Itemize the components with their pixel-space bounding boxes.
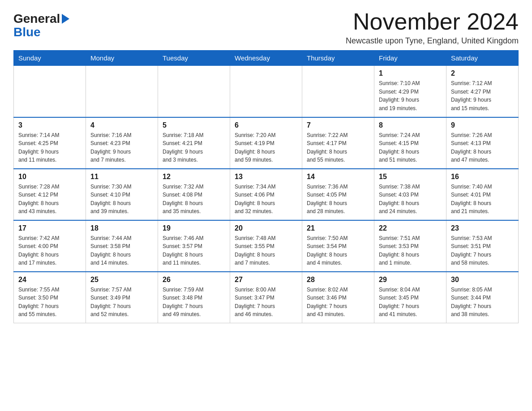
logo-blue-text: Blue (13, 25, 41, 39)
day-info: Sunrise: 8:00 AM Sunset: 3:47 PM Dayligh… (235, 286, 297, 319)
day-info: Sunrise: 7:44 AM Sunset: 3:58 PM Dayligh… (90, 234, 153, 267)
calendar-cell: 25Sunrise: 7:57 AM Sunset: 3:49 PM Dayli… (86, 272, 158, 323)
calendar-cell: 23Sunrise: 7:53 AM Sunset: 3:51 PM Dayli… (446, 220, 519, 272)
day-info: Sunrise: 7:18 AM Sunset: 4:21 PM Dayligh… (163, 131, 225, 164)
calendar-cell: 3Sunrise: 7:14 AM Sunset: 4:25 PM Daylig… (14, 117, 86, 169)
calendar-cell (158, 66, 230, 117)
day-info: Sunrise: 7:38 AM Sunset: 4:03 PM Dayligh… (379, 183, 442, 216)
calendar-header-friday: Friday (374, 51, 446, 66)
day-info: Sunrise: 8:04 AM Sunset: 3:45 PM Dayligh… (379, 286, 442, 319)
day-number: 30 (451, 276, 514, 284)
day-info: Sunrise: 8:02 AM Sunset: 3:46 PM Dayligh… (307, 286, 369, 319)
calendar-cell: 13Sunrise: 7:34 AM Sunset: 4:06 PM Dayli… (230, 169, 302, 220)
location-subtitle: Newcastle upon Tyne, England, United Kin… (346, 36, 519, 46)
day-number: 15 (379, 173, 442, 181)
month-title: November 2024 (346, 9, 519, 34)
calendar-header-tuesday: Tuesday (158, 51, 230, 66)
day-number: 2 (451, 69, 514, 77)
day-info: Sunrise: 7:34 AM Sunset: 4:06 PM Dayligh… (235, 183, 297, 216)
calendar-cell: 2Sunrise: 7:12 AM Sunset: 4:27 PM Daylig… (446, 66, 519, 117)
calendar-cell: 9Sunrise: 7:26 AM Sunset: 4:13 PM Daylig… (446, 117, 519, 169)
day-number: 19 (163, 224, 225, 232)
calendar-cell: 27Sunrise: 8:00 AM Sunset: 3:47 PM Dayli… (230, 272, 302, 323)
day-info: Sunrise: 7:46 AM Sunset: 3:57 PM Dayligh… (163, 234, 225, 267)
logo: General Blue (13, 9, 69, 39)
day-info: Sunrise: 7:48 AM Sunset: 3:55 PM Dayligh… (235, 234, 297, 267)
day-info: Sunrise: 7:14 AM Sunset: 4:25 PM Dayligh… (18, 131, 81, 164)
day-info: Sunrise: 7:36 AM Sunset: 4:05 PM Dayligh… (307, 183, 369, 216)
day-number: 11 (90, 173, 153, 181)
day-info: Sunrise: 7:20 AM Sunset: 4:19 PM Dayligh… (235, 131, 297, 164)
calendar-cell: 5Sunrise: 7:18 AM Sunset: 4:21 PM Daylig… (158, 117, 230, 169)
day-info: Sunrise: 7:24 AM Sunset: 4:15 PM Dayligh… (379, 131, 442, 164)
day-info: Sunrise: 7:57 AM Sunset: 3:49 PM Dayligh… (90, 286, 153, 319)
calendar-cell: 19Sunrise: 7:46 AM Sunset: 3:57 PM Dayli… (158, 220, 230, 272)
day-number: 12 (163, 173, 225, 181)
day-number: 29 (379, 276, 442, 284)
day-info: Sunrise: 7:32 AM Sunset: 4:08 PM Dayligh… (163, 183, 225, 216)
day-number: 6 (235, 121, 297, 129)
calendar-cell: 10Sunrise: 7:28 AM Sunset: 4:12 PM Dayli… (14, 169, 86, 220)
day-number: 17 (18, 224, 81, 232)
calendar-week-row-5: 24Sunrise: 7:55 AM Sunset: 3:50 PM Dayli… (14, 272, 519, 323)
day-number: 14 (307, 173, 369, 181)
calendar-cell (230, 66, 302, 117)
day-info: Sunrise: 7:26 AM Sunset: 4:13 PM Dayligh… (451, 131, 514, 164)
calendar-header-wednesday: Wednesday (230, 51, 302, 66)
day-number: 24 (18, 276, 81, 284)
calendar-cell: 30Sunrise: 8:05 AM Sunset: 3:44 PM Dayli… (446, 272, 519, 323)
day-info: Sunrise: 7:59 AM Sunset: 3:48 PM Dayligh… (163, 286, 225, 319)
calendar-cell: 1Sunrise: 7:10 AM Sunset: 4:29 PM Daylig… (374, 66, 446, 117)
calendar-cell (14, 66, 86, 117)
calendar-cell: 4Sunrise: 7:16 AM Sunset: 4:23 PM Daylig… (86, 117, 158, 169)
calendar-header-monday: Monday (86, 51, 158, 66)
day-info: Sunrise: 7:42 AM Sunset: 4:00 PM Dayligh… (18, 234, 81, 267)
logo-arrow-icon (62, 14, 69, 24)
day-number: 8 (379, 121, 442, 129)
calendar-cell: 8Sunrise: 7:24 AM Sunset: 4:15 PM Daylig… (374, 117, 446, 169)
day-number: 16 (451, 173, 514, 181)
day-number: 5 (163, 121, 225, 129)
calendar-cell: 28Sunrise: 8:02 AM Sunset: 3:46 PM Dayli… (302, 272, 374, 323)
day-number: 9 (451, 121, 514, 129)
calendar-cell: 16Sunrise: 7:40 AM Sunset: 4:01 PM Dayli… (446, 169, 519, 220)
calendar-cell (86, 66, 158, 117)
calendar-cell: 15Sunrise: 7:38 AM Sunset: 4:03 PM Dayli… (374, 169, 446, 220)
day-info: Sunrise: 7:40 AM Sunset: 4:01 PM Dayligh… (451, 183, 514, 216)
calendar-cell: 11Sunrise: 7:30 AM Sunset: 4:10 PM Dayli… (86, 169, 158, 220)
calendar-header-saturday: Saturday (446, 51, 519, 66)
day-number: 10 (18, 173, 81, 181)
calendar-week-row-2: 3Sunrise: 7:14 AM Sunset: 4:25 PM Daylig… (14, 117, 519, 169)
calendar-cell: 14Sunrise: 7:36 AM Sunset: 4:05 PM Dayli… (302, 169, 374, 220)
day-info: Sunrise: 7:55 AM Sunset: 3:50 PM Dayligh… (18, 286, 81, 319)
day-info: Sunrise: 8:05 AM Sunset: 3:44 PM Dayligh… (451, 286, 514, 319)
logo-general-text: General (13, 13, 60, 25)
day-info: Sunrise: 7:50 AM Sunset: 3:54 PM Dayligh… (307, 234, 369, 267)
day-number: 28 (307, 276, 369, 284)
day-info: Sunrise: 7:28 AM Sunset: 4:12 PM Dayligh… (18, 183, 81, 216)
calendar-cell: 20Sunrise: 7:48 AM Sunset: 3:55 PM Dayli… (230, 220, 302, 272)
day-number: 18 (90, 224, 153, 232)
calendar-cell: 22Sunrise: 7:51 AM Sunset: 3:53 PM Dayli… (374, 220, 446, 272)
day-number: 21 (307, 224, 369, 232)
day-number: 22 (379, 224, 442, 232)
day-number: 27 (235, 276, 297, 284)
calendar-cell: 18Sunrise: 7:44 AM Sunset: 3:58 PM Dayli… (86, 220, 158, 272)
calendar-cell: 17Sunrise: 7:42 AM Sunset: 4:00 PM Dayli… (14, 220, 86, 272)
calendar-week-row-1: 1Sunrise: 7:10 AM Sunset: 4:29 PM Daylig… (14, 66, 519, 117)
day-number: 7 (307, 121, 369, 129)
calendar-cell: 29Sunrise: 8:04 AM Sunset: 3:45 PM Dayli… (374, 272, 446, 323)
calendar-table: SundayMondayTuesdayWednesdayThursdayFrid… (13, 50, 519, 323)
calendar-cell: 26Sunrise: 7:59 AM Sunset: 3:48 PM Dayli… (158, 272, 230, 323)
day-number: 3 (18, 121, 81, 129)
calendar-cell: 24Sunrise: 7:55 AM Sunset: 3:50 PM Dayli… (14, 272, 86, 323)
day-info: Sunrise: 7:51 AM Sunset: 3:53 PM Dayligh… (379, 234, 442, 267)
page-header: General Blue November 2024 Newcastle upo… (13, 9, 519, 46)
calendar-cell: 21Sunrise: 7:50 AM Sunset: 3:54 PM Dayli… (302, 220, 374, 272)
day-number: 20 (235, 224, 297, 232)
calendar-week-row-3: 10Sunrise: 7:28 AM Sunset: 4:12 PM Dayli… (14, 169, 519, 220)
calendar-header-thursday: Thursday (302, 51, 374, 66)
calendar-header-row: SundayMondayTuesdayWednesdayThursdayFrid… (14, 51, 519, 66)
calendar-week-row-4: 17Sunrise: 7:42 AM Sunset: 4:00 PM Dayli… (14, 220, 519, 272)
day-info: Sunrise: 7:10 AM Sunset: 4:29 PM Dayligh… (379, 79, 442, 112)
